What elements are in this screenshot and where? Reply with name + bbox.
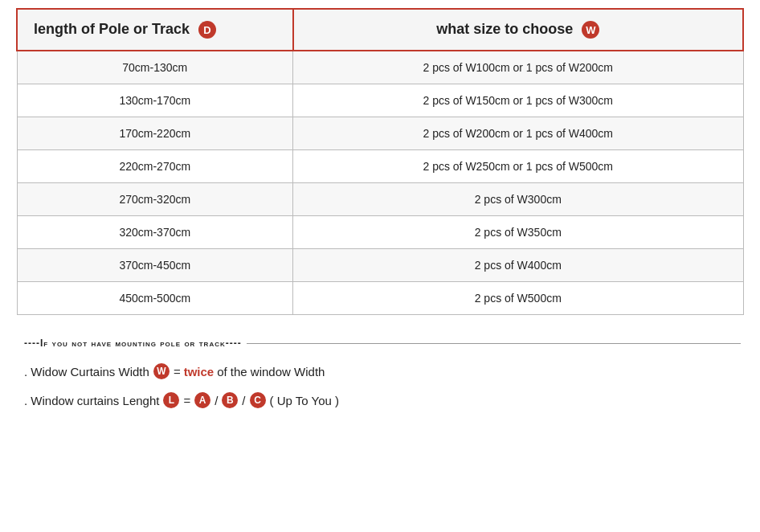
line2-suffix: ( Up To You ) xyxy=(270,394,339,407)
line2-badge-l: L xyxy=(163,392,179,408)
col1-header-text: length of Pole or Track xyxy=(34,21,190,37)
size-cell: 2 pcs of W500cm xyxy=(293,282,743,315)
table-row: 170cm-220cm2 pcs of W200cm or 1 pcs of W… xyxy=(17,117,743,150)
line2-slash2: / xyxy=(242,394,245,407)
line1-prefix: . Widow Curtains Width xyxy=(24,365,149,379)
range-cell: 270cm-320cm xyxy=(17,183,293,216)
size-cell: 2 pcs of W350cm xyxy=(293,216,743,249)
range-cell: 220cm-270cm xyxy=(17,150,293,183)
size-cell: 2 pcs of W200cm or 1 pcs of W400cm xyxy=(293,117,743,150)
col1-badge: D xyxy=(198,21,216,39)
size-cell: 2 pcs of W300cm xyxy=(293,183,743,216)
table-row: 270cm-320cm2 pcs of W300cm xyxy=(17,183,743,216)
range-cell: 130cm-170cm xyxy=(17,84,293,117)
table-row: 130cm-170cm2 pcs of W150cm or 1 pcs of W… xyxy=(17,84,743,117)
table-row: 450cm-500cm2 pcs of W500cm xyxy=(17,282,743,315)
size-cell: 2 pcs of W150cm or 1 pcs of W300cm xyxy=(293,84,743,117)
col2-badge: W xyxy=(582,21,599,39)
line2-badge-c: C xyxy=(250,392,266,408)
line1-equals: = xyxy=(174,365,181,379)
range-cell: 370cm-450cm xyxy=(17,249,293,282)
col1-header: length of Pole or Track D xyxy=(17,9,293,51)
size-guide-table: length of Pole or Track D what size to c… xyxy=(16,8,744,315)
range-cell: 170cm-220cm xyxy=(17,117,293,150)
info-line-2: . Window curtains Lenght L = A / B / C (… xyxy=(19,392,741,408)
divider-text: ----If you not have mounting pole or tra… xyxy=(24,338,242,349)
line1-suffix: of the window Width xyxy=(217,365,325,379)
line2-prefix: . Window curtains Lenght xyxy=(24,394,159,407)
line1-badge-w: W xyxy=(153,363,170,379)
notes-section: ----If you not have mounting pole or tra… xyxy=(16,338,744,408)
range-cell: 320cm-370cm xyxy=(17,216,293,249)
line1-highlight: twice xyxy=(184,365,215,379)
size-cell: 2 pcs of W250cm or 1 pcs of W500cm xyxy=(293,150,743,183)
divider-line: ----If you not have mounting pole or tra… xyxy=(19,338,741,349)
line2-slash1: / xyxy=(215,394,218,407)
table-row: 70cm-130cm2 pcs of W100cm or 1 pcs of W2… xyxy=(17,51,743,84)
info-line-1: . Widow Curtains Width W = twice of the … xyxy=(19,363,741,379)
table-row: 320cm-370cm2 pcs of W350cm xyxy=(17,216,743,249)
col2-header-text: what size to choose xyxy=(436,21,573,37)
line2-equals: = xyxy=(183,394,190,407)
range-cell: 70cm-130cm xyxy=(17,51,293,84)
table-row: 220cm-270cm2 pcs of W250cm or 1 pcs of W… xyxy=(17,150,743,183)
col2-header: what size to choose W xyxy=(293,9,743,51)
size-cell: 2 pcs of W100cm or 1 pcs of W200cm xyxy=(293,51,743,84)
table-row: 370cm-450cm2 pcs of W400cm xyxy=(17,249,743,282)
range-cell: 450cm-500cm xyxy=(17,282,293,315)
size-cell: 2 pcs of W400cm xyxy=(293,249,743,282)
line2-badge-a: A xyxy=(194,392,210,408)
line2-badge-b: B xyxy=(222,392,238,408)
